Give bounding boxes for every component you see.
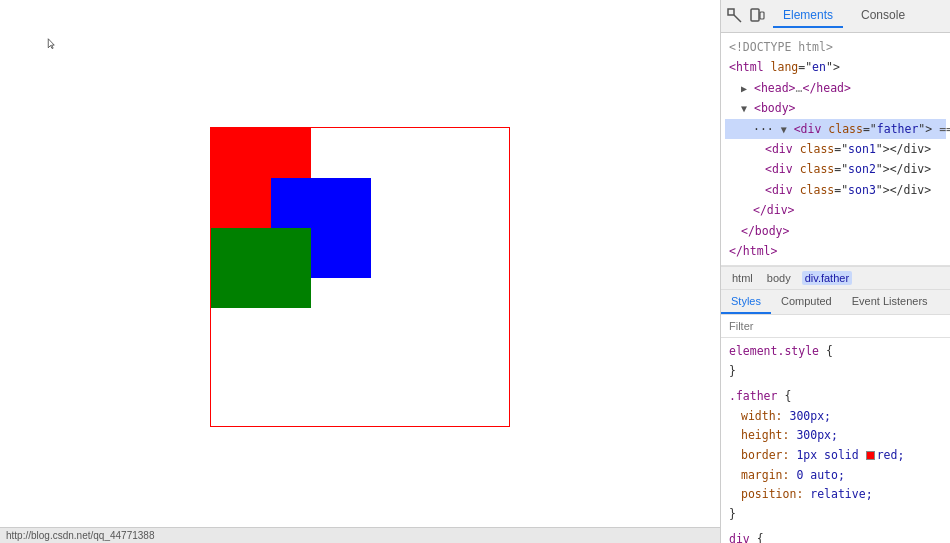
device-icon[interactable] bbox=[749, 8, 765, 24]
css-rule-father: .father { width: 300px; height: 300px; b… bbox=[729, 387, 942, 524]
css-selector-element: element.style { bbox=[729, 342, 942, 362]
browser-viewport: http://blog.csdn.net/qq_44771388 bbox=[0, 0, 720, 543]
css-rule-element-style: element.style { } bbox=[729, 342, 942, 381]
css-prop-border: border: 1px solid red; bbox=[729, 446, 942, 466]
dom-line-close-div: </div> bbox=[725, 200, 946, 220]
dom-line-father[interactable]: ··· ▼ <div class="father"> == $0 bbox=[725, 119, 946, 139]
css-rules: element.style { } .father { width: 300px… bbox=[721, 338, 950, 543]
svg-line-1 bbox=[734, 15, 741, 22]
son3-box bbox=[211, 228, 311, 308]
css-close-father: } bbox=[729, 505, 942, 525]
tab-event-listeners[interactable]: Event Listeners bbox=[842, 290, 938, 314]
css-prop-margin: margin: 0 auto; bbox=[729, 466, 942, 486]
breadcrumb-html[interactable]: html bbox=[729, 271, 756, 285]
color-swatch-red[interactable] bbox=[866, 451, 875, 460]
dom-line-html[interactable]: <html lang="en"> bbox=[725, 57, 946, 77]
dom-line-son1[interactable]: <div class="son1"></div> bbox=[725, 139, 946, 159]
father-collapse-icon: ▼ bbox=[781, 124, 787, 135]
svg-rect-3 bbox=[760, 12, 764, 19]
cursor-icon bbox=[46, 38, 58, 50]
svg-rect-2 bbox=[751, 9, 759, 21]
tab-console[interactable]: Console bbox=[851, 4, 915, 28]
devtools-topbar: Elements Console bbox=[721, 0, 950, 33]
dom-line-doctype: <!DOCTYPE html> bbox=[725, 37, 946, 57]
dom-line-close-body: </body> bbox=[725, 221, 946, 241]
css-close-element: } bbox=[729, 362, 942, 382]
devtools-toolbar-icons bbox=[727, 8, 765, 24]
demo-container bbox=[210, 127, 510, 427]
inspect-icon[interactable] bbox=[727, 8, 743, 24]
dom-line-close-html: </html> bbox=[725, 241, 946, 261]
css-prop-position: position: relative; bbox=[729, 485, 942, 505]
tab-styles[interactable]: Styles bbox=[721, 290, 771, 314]
filter-bar bbox=[721, 315, 950, 338]
dom-line-body[interactable]: ▼ <body> bbox=[725, 98, 946, 118]
dom-line-son3[interactable]: <div class="son3"></div> bbox=[725, 180, 946, 200]
css-selector-father: .father { bbox=[729, 387, 942, 407]
dom-tree: <!DOCTYPE html> <html lang="en"> ▶ <head… bbox=[721, 33, 950, 266]
expand-icon: ▶ bbox=[741, 83, 747, 94]
filter-input[interactable] bbox=[729, 320, 942, 332]
body-tag: <body> bbox=[754, 101, 796, 115]
head-tag: <head> bbox=[754, 81, 796, 95]
css-selector-div: div { bbox=[729, 530, 942, 543]
styles-tabs: Styles Computed Event Listeners bbox=[721, 290, 950, 315]
dom-line-son2[interactable]: <div class="son2"></div> bbox=[725, 159, 946, 179]
doctype-text: <!DOCTYPE html> bbox=[729, 40, 833, 54]
devtools-panel: Elements Console <!DOCTYPE html> <html l… bbox=[720, 0, 950, 543]
breadcrumb-father[interactable]: div.father bbox=[802, 271, 852, 285]
breadcrumb-body[interactable]: body bbox=[764, 271, 794, 285]
tab-computed[interactable]: Computed bbox=[771, 290, 842, 314]
svg-rect-0 bbox=[728, 9, 734, 15]
css-prop-height: height: 300px; bbox=[729, 426, 942, 446]
url-bar: http://blog.csdn.net/qq_44771388 bbox=[0, 527, 720, 543]
collapse-icon: ▼ bbox=[741, 103, 747, 114]
css-prop-width: width: 300px; bbox=[729, 407, 942, 427]
css-rule-div: div { display: block; } bbox=[729, 530, 942, 543]
dom-line-head[interactable]: ▶ <head>…</head> bbox=[725, 78, 946, 98]
dom-breadcrumb: html body div.father bbox=[721, 266, 950, 290]
html-tag: <html bbox=[729, 60, 771, 74]
tab-elements[interactable]: Elements bbox=[773, 4, 843, 28]
